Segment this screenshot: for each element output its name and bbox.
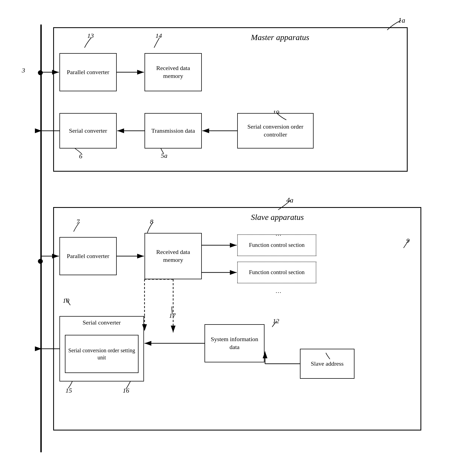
master-parallel-converter: Parallel converter <box>59 53 117 91</box>
slave-system-information-data: System information data <box>205 324 264 362</box>
slave-serial-conversion-order-setting: Serial conversion order setting unit <box>65 335 139 373</box>
ref-13: 13 <box>87 32 94 40</box>
ref-8: 8 <box>150 218 153 225</box>
ref-5a: 5a <box>161 152 167 159</box>
ref-17: 17 <box>169 312 176 319</box>
slave-received-data-memory: Received data memory <box>145 233 202 279</box>
slave-address: Slave address <box>300 349 354 379</box>
master-serial-conversion-order-controller: Serial conversion order controller <box>237 113 314 148</box>
master-received-data-memory: Received data memory <box>145 53 202 91</box>
slave-function-control-2: Function control section <box>237 262 316 283</box>
ellipsis-bottom: … <box>275 287 282 295</box>
ellipsis-top: … <box>275 230 282 237</box>
ref-3: 3 <box>22 67 25 74</box>
ref-7: 7 <box>76 218 80 225</box>
ref-9: 9 <box>406 237 410 244</box>
ref-10: 10 <box>63 297 69 304</box>
master-transmission-data: Transmission data <box>145 113 202 148</box>
slave-serial-converter-label: Serial converter <box>83 319 121 327</box>
ref-15: 15 <box>65 387 72 394</box>
diagram: Master apparatus 1a 13 14 Parallel conve… <box>0 0 460 476</box>
master-bus-dot <box>38 70 43 75</box>
ref-1a: 1a <box>398 16 405 25</box>
master-section-box <box>53 27 408 172</box>
ref-12: 12 <box>273 317 279 325</box>
ref-14: 14 <box>155 32 162 40</box>
bus-line <box>40 25 42 452</box>
master-serial-converter: Serial converter <box>59 113 117 148</box>
slave-parallel-converter: Parallel converter <box>59 237 117 275</box>
ref-16: 16 <box>123 387 129 394</box>
ref-4a: 4a <box>286 196 293 204</box>
ref-6: 6 <box>79 153 82 160</box>
slave-serial-converter-box: Serial converter Serial conversion order… <box>59 316 144 381</box>
slave-label: Slave apparatus <box>251 213 304 222</box>
master-label: Master apparatus <box>251 33 309 42</box>
slave-bus-dot <box>38 259 43 264</box>
slave-function-control-1: Function control section <box>237 234 316 256</box>
